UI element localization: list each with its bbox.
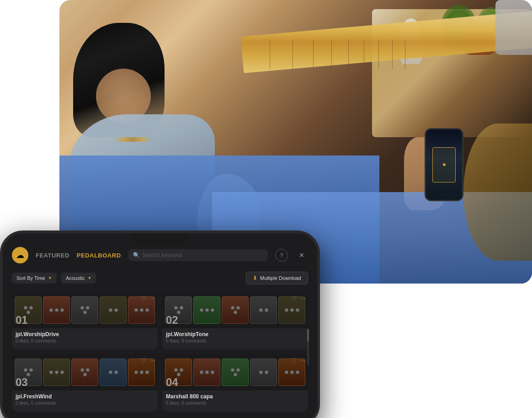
- app-logo: ☁: [12, 247, 28, 263]
- home-indicator: [3, 415, 317, 418]
- preset-heart-4[interactable]: ♡: [291, 357, 297, 364]
- category-dropdown[interactable]: Acoustic ▼: [61, 273, 96, 284]
- preset-card-image-3: 03 ♡ ···: [12, 354, 158, 391]
- phone-mockup: ☁ FEATURED PEDALBOARD 🔍 Search keyword ?…: [0, 230, 320, 418]
- sort-dropdown[interactable]: Sort By Time ▼: [12, 273, 57, 284]
- nav-tabs: FEATURED PEDALBOARD: [36, 252, 121, 259]
- category-label: Acoustic: [66, 275, 85, 281]
- preset-number-4: 04: [166, 377, 178, 388]
- download-icon: ⬇: [253, 275, 257, 281]
- preset-name-4: Marshall 800 capa: [166, 393, 304, 400]
- preset-number-2: 02: [166, 315, 178, 326]
- help-button[interactable]: ?: [275, 249, 288, 262]
- search-placeholder: Search keyword: [143, 252, 263, 258]
- sort-arrow-icon: ▼: [48, 276, 52, 280]
- category-arrow-icon: ▼: [87, 276, 91, 280]
- preset-meta-1: 0 likes, 0 comments: [16, 338, 154, 343]
- preset-number-1: 01: [16, 315, 28, 326]
- cloud-icon: ☁: [16, 250, 24, 260]
- download-label: Multiple Download: [260, 275, 301, 281]
- scrollbar-thumb: [307, 329, 309, 342]
- preset-number-3: 03: [16, 377, 28, 388]
- close-button[interactable]: ×: [295, 249, 308, 262]
- preset-meta-4: 5 likes, 0 comments: [166, 401, 304, 406]
- multiple-download-button[interactable]: ⬇ Multiple Download: [246, 272, 308, 284]
- preset-heart-3[interactable]: ♡: [141, 357, 147, 364]
- close-icon: ×: [299, 251, 304, 260]
- preset-heart-2[interactable]: ♡: [291, 295, 297, 302]
- tab-pedalboard[interactable]: PEDALBOARD: [77, 252, 121, 259]
- preset-more-3[interactable]: ···: [150, 357, 155, 364]
- preset-meta-3: 0 likes, 0 comments: [16, 401, 154, 406]
- preset-more-2[interactable]: ···: [301, 295, 305, 301]
- presets-grid: 01 ♡ ··· jpl.WorshipDrive 0 likes, 0 com…: [3, 288, 317, 415]
- preset-name-3: jpl.FreshWind: [16, 393, 154, 400]
- preset-card-1[interactable]: 01 ♡ ··· jpl.WorshipDrive 0 likes, 0 com…: [12, 292, 158, 349]
- preset-card-image-1: 01 ♡ ···: [12, 292, 158, 328]
- preset-card-image-4: 04 ♡ ···: [162, 354, 308, 391]
- preset-name-1: jpl.WorshipDrive: [16, 331, 154, 338]
- preset-card-4[interactable]: 04 ♡ ··· Marshall 800 capa 5 likes, 0 co…: [162, 354, 308, 412]
- preset-heart-1[interactable]: ♡: [141, 295, 147, 302]
- search-icon: 🔍: [133, 252, 140, 258]
- preset-name-2: jpl.WorshipTone: [166, 331, 304, 338]
- phone-screen: ☁ FEATURED PEDALBOARD 🔍 Search keyword ?…: [3, 233, 317, 418]
- filter-row: Sort By Time ▼ Acoustic ▼ ⬇ Multiple Dow…: [3, 268, 317, 288]
- tab-featured[interactable]: FEATURED: [36, 252, 69, 259]
- preset-card-2[interactable]: 02 ♡ ··· jpl.WorshipTone 0 likes, 0 comm…: [162, 292, 308, 349]
- help-icon: ?: [280, 252, 283, 259]
- phone-notch: [133, 233, 187, 246]
- preset-more-1[interactable]: ···: [150, 295, 155, 301]
- search-bar[interactable]: 🔍 Search keyword: [128, 249, 268, 261]
- preset-card-image-2: 02 ♡ ···: [162, 292, 308, 328]
- preset-card-3[interactable]: 03 ♡ ··· jpl.FreshWind 0 likes, 0 commen…: [12, 354, 158, 412]
- scrollbar[interactable]: [307, 329, 309, 365]
- preset-more-4[interactable]: ···: [301, 357, 305, 364]
- sort-label: Sort By Time: [16, 275, 45, 281]
- preset-meta-2: 0 likes, 0 comments: [166, 338, 304, 343]
